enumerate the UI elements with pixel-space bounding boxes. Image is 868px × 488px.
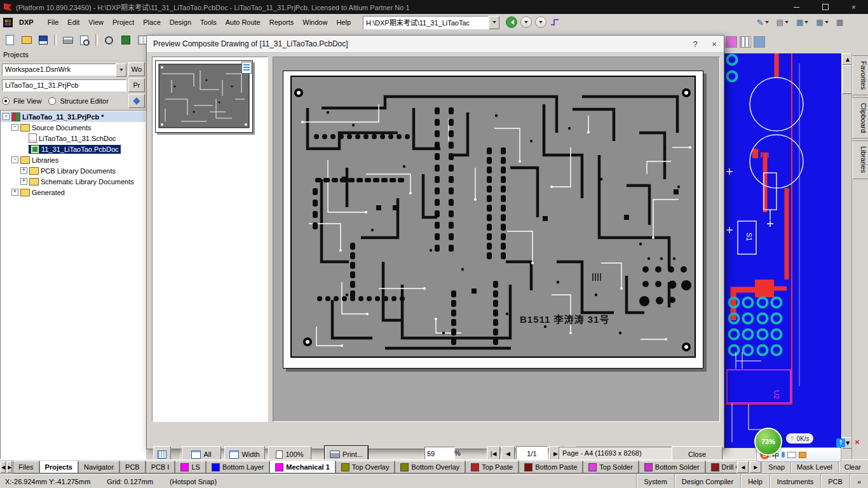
layer-tab-top-paste[interactable]: Top Paste <box>465 461 519 473</box>
grid-dropdown-button[interactable]: ▦ <box>814 17 830 27</box>
dxp-logo-icon[interactable] <box>3 18 13 27</box>
print-icon[interactable] <box>60 33 75 47</box>
nav-back-button[interactable] <box>506 17 517 28</box>
zoom-percent-input[interactable] <box>424 447 455 461</box>
layer-tab-mechanical-1[interactable]: Mechanical 1 <box>269 461 335 473</box>
sheet-dropdown-button[interactable]: ▤ <box>775 17 790 27</box>
snap-button[interactable]: Snap <box>762 461 790 473</box>
layer-tab-bottom-paste[interactable]: Bottom Paste <box>519 461 583 473</box>
vertical-scrollbar[interactable]: ▲ ▼ <box>841 53 852 449</box>
expand-toggle-icon[interactable]: + <box>20 178 27 185</box>
clear-button[interactable]: Clear <box>838 461 867 473</box>
dialog-close-icon[interactable]: × <box>705 36 724 52</box>
route-icon[interactable] <box>550 17 560 27</box>
tree-item-schematic-library-documents[interactable]: + Schematic Library Documents <box>1 176 146 187</box>
layer-scroll-left-icon[interactable]: ◀ <box>737 461 749 473</box>
via-tool-icon[interactable] <box>740 36 751 48</box>
zoom-icon[interactable] <box>102 33 116 47</box>
tabs-scroll-right-icon[interactable]: ▶ <box>7 461 12 473</box>
menu-file[interactable]: File <box>43 16 64 29</box>
status-menu-system[interactable]: System <box>636 474 674 488</box>
minimize-button[interactable] <box>782 0 811 14</box>
fit-board-icon[interactable] <box>118 33 133 47</box>
layer-tab-bottom-layer[interactable]: Bottom Layer <box>206 461 269 473</box>
status-menu-pcb[interactable]: PCB <box>820 474 850 488</box>
tree-item-schdoc[interactable]: LiTaoTao_11_31.SchDoc <box>1 133 146 144</box>
tab-favorites[interactable]: Favorites <box>852 55 868 95</box>
menu-edit[interactable]: Edit <box>63 16 84 29</box>
project-field[interactable]: LiTaoTao_11_31.PrjPcb <box>2 79 126 92</box>
file-view-radio[interactable] <box>2 97 10 105</box>
tab-clipboard[interactable]: Clipboard <box>852 97 868 139</box>
panel-options-button[interactable] <box>128 94 145 108</box>
layer-tab-bottom-overlay[interactable]: Bottom Overlay <box>395 461 465 473</box>
panel-tab-pcb-inspector[interactable]: PCB I <box>146 461 175 473</box>
close-button[interactable]: × <box>839 0 868 14</box>
table-button[interactable]: ▦ <box>834 17 845 27</box>
project-button[interactable]: Pr <box>128 78 145 92</box>
menu-help[interactable]: Help <box>332 16 355 29</box>
menu-reports[interactable]: Reports <box>265 16 299 29</box>
workspace-dropdown-icon[interactable] <box>116 64 126 77</box>
menu-design[interactable]: Design <box>165 16 196 29</box>
status-menu-help[interactable]: Help <box>740 474 770 488</box>
tree-item-pcbdoc-selected[interactable]: 11_31_LiTaoTao.PcbDoc <box>1 144 146 154</box>
tree-item-project-root[interactable]: - LiTaoTao_11_31.PrjPcb * <box>1 111 146 122</box>
workspace-select[interactable]: Workspace1.DsnWrk <box>2 64 126 76</box>
pad-tool-icon[interactable] <box>726 36 737 48</box>
tree-item-libraries[interactable]: - Libraries <box>1 154 146 165</box>
layer-tab-top-overlay[interactable]: Top Overlay <box>336 461 395 473</box>
pcb-canvas[interactable]: R3 S1 U2 <box>723 53 841 459</box>
tree-item-generated[interactable]: + Generated <box>1 187 146 198</box>
expand-toggle-icon[interactable]: - <box>11 156 18 163</box>
keyboard-icon[interactable] <box>787 452 796 458</box>
open-icon[interactable] <box>19 33 34 47</box>
panel-tab-navigator[interactable]: Navigator <box>78 461 119 473</box>
workspace-button[interactable]: Wo <box>128 62 145 76</box>
save-icon[interactable] <box>36 33 50 47</box>
expand-toggle-icon[interactable]: - <box>11 124 18 131</box>
toolbox-icon[interactable] <box>799 452 806 458</box>
tab-libraries[interactable]: Libraries <box>852 140 868 179</box>
address-dropdown-icon[interactable] <box>489 16 499 29</box>
structure-editor-radio[interactable] <box>48 97 56 105</box>
panel-tab-files[interactable]: Files <box>13 461 39 473</box>
address-combobox[interactable]: H:\DXP期末考试\11_31_LiTaoTac <box>363 16 489 29</box>
layer-tab-drill-guide[interactable]: Drill Guide <box>705 461 737 473</box>
nav-history-button[interactable] <box>535 17 546 28</box>
annotate-dropdown-button[interactable]: ✎ <box>755 17 771 28</box>
layer-tab-bottom-solder[interactable]: Bottom Solder <box>639 461 705 473</box>
expand-toggle-icon[interactable]: + <box>11 189 18 196</box>
new-document-icon[interactable] <box>3 33 17 47</box>
expand-toggle-icon[interactable]: - <box>3 113 10 120</box>
expand-toggle-icon[interactable]: + <box>20 167 27 174</box>
status-menu-overflow-icon[interactable]: » <box>850 474 868 488</box>
layer-tab-top-solder[interactable]: Top Solder <box>583 461 639 473</box>
mask-level-button[interactable]: Mask Level <box>790 461 838 473</box>
menu-tools[interactable]: Tools <box>196 16 221 29</box>
track-tool-icon[interactable] <box>754 36 765 48</box>
print-preview-icon[interactable] <box>77 33 92 47</box>
tree-item-source-documents[interactable]: - Source Documents <box>1 122 146 133</box>
menu-dxp[interactable]: DXP <box>15 16 38 29</box>
maximize-button[interactable] <box>811 0 839 14</box>
layer-scroll-right-icon[interactable]: ▶ <box>750 461 761 473</box>
nav-forward-button[interactable] <box>520 17 532 28</box>
mic-icon[interactable] <box>782 452 785 458</box>
menu-project[interactable]: Project <box>108 16 139 29</box>
board-thumbnail[interactable] <box>155 60 253 133</box>
menu-view[interactable]: View <box>84 16 108 29</box>
tree-item-pcb-library-documents[interactable]: + PCB Library Documents <box>1 165 146 176</box>
status-menu-instruments[interactable]: Instruments <box>770 474 820 488</box>
menu-window[interactable]: Window <box>298 16 332 29</box>
float-close-icon[interactable]: × <box>853 438 862 447</box>
panel-tab-pcb[interactable]: PCB <box>119 461 146 473</box>
dialog-help-button[interactable]: ? <box>686 36 705 52</box>
tabs-scroll-left-icon[interactable]: ◀ <box>1 461 6 473</box>
layer-tab-ls[interactable]: LS <box>175 461 205 473</box>
panel-tab-projects[interactable]: Projects <box>39 461 78 473</box>
float-upload-icon[interactable]: ↑ <box>836 438 845 447</box>
status-menu-design-compiler[interactable]: Design Compiler <box>674 474 740 488</box>
menu-place[interactable]: Place <box>139 16 165 29</box>
menu-auto-route[interactable]: Auto Route <box>221 16 265 29</box>
